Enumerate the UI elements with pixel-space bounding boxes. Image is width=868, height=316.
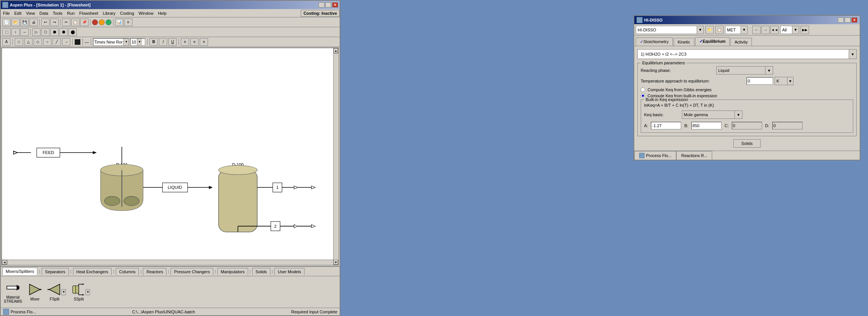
all-selector[interactable]: All ▼ [780,26,799,34]
font-dropdown-arrow[interactable]: ▼ [123,39,129,45]
radio-gibbs-btn[interactable] [641,87,645,92]
font-selector[interactable]: Times New Ror ▼ [93,38,129,46]
tb2-btn1[interactable]: ⬚ [2,28,11,36]
tab-activity[interactable]: Activity [730,38,752,46]
run-btn[interactable] [92,19,98,25]
temp-unit-selector[interactable]: K ▼ [775,77,793,85]
tab-heat-exchangers[interactable]: Heat Exchangers [73,268,112,275]
paste-btn[interactable]: 📌 [80,19,89,26]
dialog-tb-btn2[interactable]: 📋 [715,26,724,34]
tb2-btn8[interactable]: ⬤ [68,28,77,36]
italic-btn[interactable]: I [159,38,167,46]
minimize-btn[interactable]: _ [318,2,325,8]
mixer-item[interactable]: Mixer [28,283,42,301]
material-streams-item[interactable]: MaterialSTREAMS [4,281,22,304]
scrollbar-bottom[interactable]: ◄ [2,260,333,265]
tab-kinetic[interactable]: Kinetic [674,38,694,46]
dialog-minimize[interactable]: _ [838,17,844,23]
process-flow-tab-status[interactable]: Process Flo... [11,310,36,314]
save-btn[interactable]: 💾 [20,19,29,26]
scroll-up-btn[interactable]: ▲ [334,48,338,53]
scroll-left-btn[interactable]: ◄ [2,260,7,265]
menu-flowsheet[interactable]: Flowsheet [77,10,100,16]
solids-button[interactable]: Solids [733,139,761,148]
tab-stoichiometry[interactable]: ✓Stoichiometry [636,37,673,46]
reaction-dropdown[interactable]: 1) HI3H2O + I2 <--> 2C3 ▼ [637,49,857,59]
reaction-dropdown-arrow[interactable]: ▼ [849,50,856,59]
menu-costing[interactable]: Costing [118,10,136,16]
draw-triangle[interactable]: △ [24,38,33,46]
reacting-phase-arrow[interactable]: ▼ [765,67,773,74]
align-right[interactable]: ≡ [200,38,208,46]
print-btn[interactable]: 🖨 [30,19,38,26]
pause-btn[interactable] [99,19,105,25]
draw-arrow[interactable]: → [62,38,70,46]
flow-canvas-container[interactable]: FEED R-101 LIQUID [2,48,339,265]
scroll-down-btn[interactable]: ▼ [334,260,338,265]
undo-btn[interactable]: ↩ [41,19,50,26]
dialog-maximize[interactable]: □ [845,17,851,23]
menu-library[interactable]: Library [101,10,118,16]
a-input[interactable] [651,122,681,129]
scrollbar-right[interactable]: ▲ ▼ [333,48,339,265]
font-size-dropdown-arrow[interactable]: ▼ [137,39,142,45]
tb2-btn3[interactable]: ↔ [20,28,29,36]
tab-columns[interactable]: Columns [116,268,139,275]
hidisso-dropdown-arrow[interactable]: ▼ [697,26,703,34]
tb2-btn5[interactable]: ⬡ [41,28,50,36]
nav-prev-btn[interactable]: ◄◄ [770,26,779,34]
ssplit-dropdown-arrow[interactable]: ▼ [85,289,90,295]
bottom-tab-process-flow[interactable]: Process Flo... [634,151,676,160]
results-btn[interactable]: 📊 [115,19,123,26]
c-input[interactable] [732,122,762,129]
reacting-phase-selector[interactable]: Liquid ▼ [716,66,773,75]
new-btn[interactable]: 📄 [2,19,11,26]
draw-select[interactable]: A [2,38,11,46]
underline-btn[interactable]: U [168,38,177,46]
redo-btn[interactable]: ↪ [50,19,59,26]
tab-separators[interactable]: Separators [42,268,69,275]
tab-equilibrium[interactable]: ✓Equilibrium [695,37,730,46]
draw-diamond[interactable]: ◇ [34,38,42,46]
b-input[interactable] [691,122,722,129]
draw-rect[interactable]: □ [15,38,23,46]
met-arrow[interactable]: ▼ [741,26,747,34]
close-btn[interactable]: ✕ [332,2,338,8]
fsplit-item[interactable]: FSplit [48,283,61,301]
dialog-close[interactable]: ✕ [851,17,857,23]
fsplit-dropdown-arrow[interactable]: ▼ [61,289,66,295]
keq-basis-selector[interactable]: Mole gamma ▼ [682,111,742,119]
menu-tools[interactable]: Tools [51,10,65,16]
menu-window[interactable]: Window [137,10,156,16]
open-btn[interactable]: 📂 [11,19,20,26]
stop-btn[interactable] [106,19,112,25]
tb2-btn7[interactable]: ⬣ [59,28,68,36]
ssplit-item[interactable]: SSplit [72,283,85,301]
tab-reactors[interactable]: Reactors [143,268,166,275]
menu-file[interactable]: File [1,10,12,16]
hidisso-selector[interactable]: HI-DISSO ▼ [636,26,704,34]
streams-btn[interactable]: ≡ [124,19,132,26]
tab-solids[interactable]: Solids [252,268,270,275]
cut-btn[interactable]: ✂ [62,19,70,26]
tb2-btn6[interactable]: ⬢ [50,28,59,36]
color-picker[interactable] [75,39,81,45]
menu-run[interactable]: Run [65,10,77,16]
menu-view[interactable]: View [24,10,37,16]
temp-unit-arrow[interactable]: ▼ [787,77,793,85]
tb2-btn4[interactable]: ▷ [32,28,40,36]
menu-help[interactable]: Help [156,10,169,16]
met-selector[interactable]: MET ▼ [725,26,748,34]
tab-mixers-splitters[interactable]: Mixers/Splitters [2,268,37,275]
keq-basis-arrow[interactable]: ▼ [734,111,742,118]
bottom-tab-reactions[interactable]: Reactions R... [676,151,712,160]
copy-btn[interactable]: 📋 [71,19,79,26]
menu-edit[interactable]: Edit [12,10,24,16]
nav-back-btn[interactable]: ← [752,26,761,34]
temp-approach-input[interactable] [747,77,773,85]
draw-line[interactable]: ╱ [53,38,61,46]
maximize-btn[interactable]: □ [325,2,331,8]
nav-forward-btn[interactable]: → [761,26,770,34]
align-center[interactable]: ≡ [190,38,199,46]
tab-pressure-changers[interactable]: Pressure Changers [171,268,213,275]
